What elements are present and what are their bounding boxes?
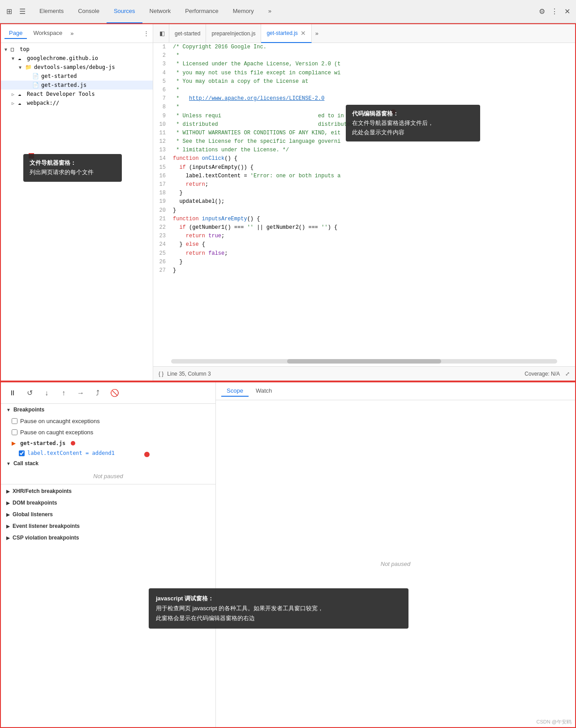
cloud-icon-googlechrome: ☁ bbox=[18, 55, 26, 61]
folder-icon-top: □ bbox=[11, 46, 19, 52]
tree-item-react[interactable]: ▷ ☁ React Developer Tools bbox=[1, 90, 153, 98]
code-line-1: 1 /* Copyright 2016 Google Inc. bbox=[153, 43, 575, 51]
tab-label-prepare-injection: prepareInjection.js bbox=[211, 30, 255, 37]
code-line-15: 15 if (inputsAreEmpty()) { bbox=[153, 163, 575, 172]
tab-list: Elements Console Sources Network Perform… bbox=[32, 0, 536, 23]
tree-item-get-started-js[interactable]: 📄 get-started.js bbox=[1, 81, 153, 90]
bp-sub-checkbox[interactable] bbox=[19, 450, 25, 456]
tab-get-started[interactable]: get-started bbox=[169, 24, 206, 43]
pause-caught-label: Pause on caught exceptions bbox=[20, 429, 93, 436]
step-into-btn[interactable]: ↓ bbox=[40, 387, 53, 399]
code-line-22: 22 if (getNumber1() === '' || getNumber2… bbox=[153, 223, 575, 232]
pause-btn[interactable]: ⏸ bbox=[6, 387, 19, 399]
editor-tabs: ◧ get-started prepareInjection.js get-st… bbox=[153, 24, 575, 43]
inspect-icon[interactable]: ☰ bbox=[17, 6, 28, 17]
tab-page[interactable]: Page bbox=[4, 28, 27, 39]
pause-caught-checkbox[interactable] bbox=[12, 429, 17, 435]
tab-more[interactable]: » bbox=[261, 0, 279, 23]
tab-console[interactable]: Console bbox=[71, 0, 107, 23]
tab-performance[interactable]: Performance bbox=[178, 0, 225, 23]
step-btn[interactable]: → bbox=[74, 387, 87, 399]
arrow-xhr: ▶ bbox=[6, 489, 10, 494]
tree-item-googlechrome[interactable]: ▼ ☁ googlechrome.github.io bbox=[1, 54, 153, 63]
disable-breakpoints-btn[interactable]: 🚫 bbox=[108, 387, 121, 399]
arrow-devtools: ▼ bbox=[19, 65, 25, 70]
upper-panel: Page Workspace » ⋮ ▼ □ top ▼ ☁ goog bbox=[0, 23, 576, 381]
tab-scope[interactable]: Scope bbox=[221, 385, 249, 397]
tree-item-webpack[interactable]: ▷ ☁ webpack:// bbox=[1, 98, 153, 107]
tree-label-react: React Developer Tools bbox=[27, 91, 95, 97]
scope-not-paused: Not paused bbox=[377, 557, 414, 571]
tab-sources[interactable]: Sources bbox=[107, 0, 142, 23]
debug-content: ▼ Breakpoints Pause on uncaught exceptio… bbox=[1, 404, 215, 727]
code-line-26: 26 } bbox=[153, 258, 575, 266]
code-line-14: 14 function onClick() { bbox=[153, 154, 575, 163]
pause-uncaught[interactable]: Pause on uncaught exceptions bbox=[1, 415, 215, 427]
code-editor: ◧ get-started prepareInjection.js get-st… bbox=[153, 24, 575, 381]
code-line-24: 24 } else { bbox=[153, 240, 575, 249]
tab-elements[interactable]: Elements bbox=[32, 0, 71, 23]
file-icon-get-started: 📄 bbox=[32, 73, 40, 79]
devtools-toolbar: ⊞ ☰ Elements Console Sources Network Per… bbox=[0, 0, 576, 23]
deactivate-btn[interactable]: ⤴ bbox=[91, 387, 104, 399]
tab-network[interactable]: Network bbox=[142, 0, 178, 23]
code-line-16: 16 label.textContent = 'Error: one or bo… bbox=[153, 172, 575, 180]
code-line-27: 27 } bbox=[153, 266, 575, 275]
code-content[interactable]: 1 /* Copyright 2016 Google Inc. 2 * 3 * … bbox=[153, 43, 575, 356]
tree-item-get-started[interactable]: 📄 get-started bbox=[1, 72, 153, 81]
file-nav-tabs: Page Workspace » ⋮ bbox=[1, 24, 153, 43]
close-icon[interactable]: ✕ bbox=[562, 6, 572, 17]
section-global[interactable]: ▶ Global listeners bbox=[1, 509, 215, 520]
file-nav-tooltip-dot bbox=[29, 153, 34, 158]
section-event[interactable]: ▶ Event listener breakpoints bbox=[1, 520, 215, 532]
status-position: Line 35, Column 3 bbox=[167, 371, 211, 377]
status-icon-right[interactable]: ⤢ bbox=[565, 371, 570, 377]
tab-memory[interactable]: Memory bbox=[226, 0, 261, 23]
bp-file-get-started[interactable]: ▶ get-started.js bbox=[1, 438, 215, 449]
file-icon-get-started-js: 📄 bbox=[32, 82, 40, 88]
step-out-btn[interactable]: ↑ bbox=[57, 387, 70, 399]
tree-item-devtools-samples[interactable]: ▼ 📁 devtools-samples/debug-js bbox=[1, 63, 153, 72]
tree-label-get-started: get-started bbox=[41, 73, 77, 79]
code-line-6: 6 * bbox=[153, 86, 575, 94]
lower-panel-dot bbox=[144, 452, 150, 457]
code-line-5: 5 * You may obtain a copy of the License… bbox=[153, 77, 575, 86]
tab-watch[interactable]: Watch bbox=[250, 385, 277, 397]
section-xhr[interactable]: ▶ XHR/Fetch breakpoints bbox=[1, 485, 215, 497]
tree-item-top[interactable]: ▼ □ top bbox=[1, 45, 153, 54]
debug-toolbar: ⏸ ↺ ↓ ↑ → ⤴ 🚫 bbox=[1, 382, 215, 404]
tab-more-icon[interactable]: » bbox=[70, 30, 73, 37]
bp-sub-label: label.textContent = addend1 bbox=[27, 450, 115, 456]
devtools-menu-icon[interactable]: ⊞ bbox=[4, 6, 14, 17]
code-line-18: 18 } bbox=[153, 189, 575, 197]
tab-close-icon[interactable]: ✕ bbox=[301, 30, 306, 37]
resume-btn[interactable]: ↺ bbox=[23, 387, 36, 399]
code-line-2: 2 * bbox=[153, 51, 575, 60]
call-stack-not-paused: Not paused bbox=[1, 469, 215, 483]
code-line-8: 8 * bbox=[153, 103, 575, 111]
tab-prepare-injection[interactable]: prepareInjection.js bbox=[206, 24, 261, 43]
section-dom[interactable]: ▶ DOM breakpoints bbox=[1, 497, 215, 509]
pause-caught[interactable]: Pause on caught exceptions bbox=[1, 427, 215, 438]
section-xhr-label: XHR/Fetch breakpoints bbox=[13, 488, 72, 494]
tab-label-get-started-js: get-started.js bbox=[267, 30, 297, 36]
tab-workspace[interactable]: Workspace bbox=[29, 28, 67, 39]
file-nav-menu-icon[interactable]: ⋮ bbox=[143, 30, 149, 37]
tree-label-googlechrome: googlechrome.github.io bbox=[27, 55, 98, 61]
section-call-stack[interactable]: ▼ Call stack bbox=[1, 458, 215, 469]
more-options-icon[interactable]: ⋮ bbox=[549, 6, 560, 17]
pause-uncaught-checkbox[interactable] bbox=[12, 418, 17, 424]
tab-get-started-js[interactable]: get-started.js ✕ bbox=[261, 24, 311, 43]
section-csp[interactable]: ▶ CSP violation breakpoints bbox=[1, 532, 215, 544]
tab-more-editor-icon[interactable]: » bbox=[312, 28, 322, 39]
bp-sub-item[interactable]: label.textContent = addend1 bbox=[1, 449, 215, 458]
horizontal-scrollbar[interactable] bbox=[153, 356, 575, 366]
bp-dot bbox=[71, 441, 75, 445]
arrow-global: ▶ bbox=[6, 512, 10, 517]
settings-icon[interactable]: ⚙ bbox=[537, 6, 547, 17]
sidebar-toggle-icon[interactable]: ◧ bbox=[155, 24, 169, 43]
arrow-googlechrome: ▼ bbox=[12, 56, 18, 61]
arrow-csp: ▶ bbox=[6, 535, 10, 540]
section-breakpoints[interactable]: ▼ Breakpoints bbox=[1, 404, 215, 415]
arrow-top: ▼ bbox=[4, 47, 11, 52]
